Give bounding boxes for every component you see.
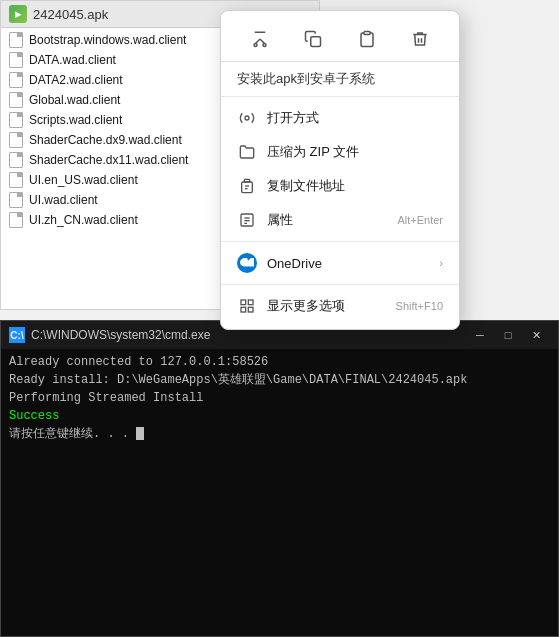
- open-with-label: 打开方式: [267, 109, 443, 127]
- file-icon: [9, 172, 23, 188]
- menu-item-onedrive[interactable]: OneDrive ›: [221, 246, 459, 280]
- file-icon: [9, 52, 23, 68]
- cmd-line: Performing Streamed Install: [9, 389, 550, 407]
- svg-line-2: [255, 39, 260, 44]
- context-menu: 安装此apk到安卓子系统 打开方式 压缩为 ZIP 文件 复制文件地址: [220, 10, 460, 330]
- cmd-content: Already connected to 127.0.0.1:58526Read…: [1, 349, 558, 447]
- cmd-line: Success: [9, 407, 550, 425]
- file-icon: [9, 92, 23, 108]
- file-icon: [9, 152, 23, 168]
- svg-rect-19: [248, 307, 253, 312]
- compress-icon: [237, 142, 257, 162]
- file-name: UI.wad.client: [29, 193, 98, 207]
- file-icon: [9, 112, 23, 128]
- file-name: Bootstrap.windows.wad.client: [29, 33, 186, 47]
- svg-rect-6: [364, 32, 370, 35]
- file-name: UI.zh_CN.wad.client: [29, 213, 138, 227]
- properties-shortcut: Alt+Enter: [397, 214, 443, 226]
- apk-icon: ▶: [9, 5, 27, 23]
- file-name: ShaderCache.dx9.wad.client: [29, 133, 182, 147]
- close-button[interactable]: ✕: [522, 325, 550, 345]
- menu-item-compress-zip[interactable]: 压缩为 ZIP 文件: [221, 135, 459, 169]
- file-name: Global.wad.client: [29, 93, 120, 107]
- file-icon: [9, 132, 23, 148]
- file-name: Scripts.wad.client: [29, 113, 122, 127]
- svg-rect-5: [311, 37, 321, 47]
- menu-divider-1: [221, 241, 459, 242]
- cmd-title-text: C:\WINDOWS\system32\cmd.exe: [31, 328, 210, 342]
- file-name: DATA.wad.client: [29, 53, 116, 67]
- menu-item-copy-path[interactable]: 复制文件地址: [221, 169, 459, 203]
- minimize-button[interactable]: ─: [466, 325, 494, 345]
- properties-icon: [237, 210, 257, 230]
- svg-rect-9: [242, 182, 253, 193]
- file-header-title: 2424045.apk: [33, 7, 108, 22]
- install-label: 安装此apk到安卓子系统: [221, 66, 459, 97]
- cmd-line: Ready install: D:\WeGameApps\英雄联盟\Game\D…: [9, 371, 550, 389]
- copy-path-label: 复制文件地址: [267, 177, 443, 195]
- svg-rect-16: [241, 300, 246, 305]
- file-name: UI.en_US.wad.client: [29, 173, 138, 187]
- open-with-icon: [237, 108, 257, 128]
- svg-point-1: [263, 44, 266, 47]
- menu-divider-2: [221, 284, 459, 285]
- copy-button[interactable]: [297, 23, 329, 55]
- copy-path-icon: [237, 176, 257, 196]
- svg-point-7: [245, 116, 249, 120]
- more-options-icon: [237, 296, 257, 316]
- onedrive-arrow: ›: [439, 257, 443, 269]
- cmd-line: Already connected to 127.0.0.1:58526: [9, 353, 550, 371]
- svg-point-0: [254, 44, 257, 47]
- maximize-button[interactable]: □: [494, 325, 522, 345]
- more-options-label: 显示更多选项: [267, 297, 386, 315]
- file-icon: [9, 32, 23, 48]
- properties-label: 属性: [267, 211, 387, 229]
- cmd-window: C:\ C:\WINDOWS\system32\cmd.exe ─ □ ✕ Al…: [0, 320, 559, 637]
- file-name: DATA2.wad.client: [29, 73, 123, 87]
- cut-button[interactable]: [244, 23, 276, 55]
- file-icon: [9, 72, 23, 88]
- cmd-icon: C:\: [9, 327, 25, 343]
- paste-button[interactable]: [351, 23, 383, 55]
- onedrive-label: OneDrive: [267, 256, 429, 271]
- menu-item-more-options[interactable]: 显示更多选项 Shift+F10: [221, 289, 459, 323]
- delete-button[interactable]: [404, 23, 436, 55]
- file-icon: [9, 212, 23, 228]
- svg-rect-18: [241, 307, 246, 312]
- menu-item-properties[interactable]: 属性 Alt+Enter: [221, 203, 459, 237]
- compress-label: 压缩为 ZIP 文件: [267, 143, 443, 161]
- cmd-line: 请按任意键继续. . .: [9, 425, 550, 443]
- svg-line-3: [260, 39, 265, 44]
- file-name: ShaderCache.dx11.wad.client: [29, 153, 188, 167]
- svg-rect-17: [248, 300, 253, 305]
- cmd-title-left: C:\ C:\WINDOWS\system32\cmd.exe: [9, 327, 210, 343]
- file-icon: [9, 192, 23, 208]
- cmd-controls: ─ □ ✕: [466, 325, 550, 345]
- onedrive-icon: [237, 253, 257, 273]
- context-toolbar: [221, 17, 459, 62]
- more-options-shortcut: Shift+F10: [396, 300, 443, 312]
- menu-item-open-with[interactable]: 打开方式: [221, 101, 459, 135]
